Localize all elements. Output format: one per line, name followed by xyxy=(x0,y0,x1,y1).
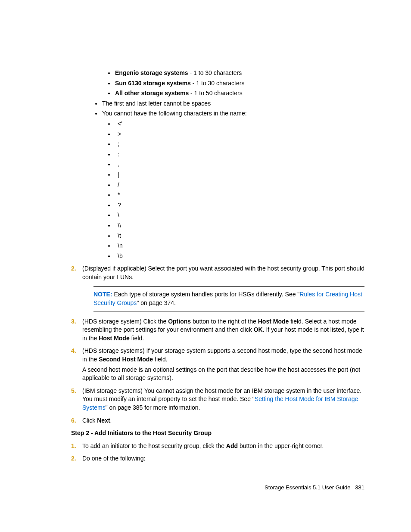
step2-list: 1. To add an initiator to the host secur… xyxy=(71,442,364,463)
char-text: | xyxy=(118,171,119,179)
bullet-icon xyxy=(95,113,97,115)
char-text: \ xyxy=(118,211,119,220)
char-text: ? xyxy=(118,201,121,210)
ordered-steps: 2. (Displayed if applicable) Select the … xyxy=(71,264,364,425)
step-number: 2. xyxy=(71,454,79,463)
page-footer: Storage Essentials 5.1 User Guide 381 xyxy=(265,484,364,492)
note-text: Each type of storage system handles port… xyxy=(112,291,300,298)
bullet-icon xyxy=(108,174,110,176)
list-item: : xyxy=(108,150,364,159)
note-text: " on page 374. xyxy=(137,299,176,306)
step-number: 6. xyxy=(71,417,79,425)
bullet-icon xyxy=(108,164,110,165)
document-page: Engenio storage systems - 1 to 30 charac… xyxy=(0,0,411,463)
rule-list: The first and last letter cannot be spac… xyxy=(95,100,364,118)
step-number: 1. xyxy=(71,442,79,451)
list-item: \b xyxy=(108,252,364,261)
bullet-icon xyxy=(108,143,110,145)
bullet-icon xyxy=(108,93,110,94)
char-text: : xyxy=(118,150,119,159)
note-block: NOTE: Each type of storage system handle… xyxy=(93,286,364,311)
step-text: Do one of the following: xyxy=(82,454,364,463)
list-item: You cannot have the following characters… xyxy=(95,109,364,118)
bullet-icon xyxy=(108,83,110,84)
bullet-icon xyxy=(95,103,97,105)
list-item: Sun 6130 storage systems - 1 to 30 chara… xyxy=(108,79,364,88)
bullet-icon xyxy=(108,154,110,156)
bullet-icon xyxy=(108,184,110,186)
bullet-text: All other storage systems - 1 to 50 char… xyxy=(115,89,243,98)
step-item: 1. To add an initiator to the host secur… xyxy=(71,442,364,451)
step-item: 6. Click Next. xyxy=(71,417,364,425)
storage-system-list: Engenio storage systems - 1 to 30 charac… xyxy=(108,69,364,98)
list-item: | xyxy=(108,171,364,179)
bullet-text: You cannot have the following characters… xyxy=(102,109,247,118)
list-item: > xyxy=(108,130,364,139)
step-item: 2. (Displayed if applicable) Select the … xyxy=(71,264,364,281)
step-item: 2. Do one of the following: xyxy=(71,454,364,463)
bullet-icon xyxy=(108,205,110,206)
footer-title: Storage Essentials 5.1 User Guide xyxy=(265,484,350,491)
char-text: \b xyxy=(118,252,123,261)
section-heading-step2: Step 2 - Add Initiators to the Host Secu… xyxy=(71,429,364,438)
list-item: Engenio storage systems - 1 to 30 charac… xyxy=(108,69,364,78)
list-item: <' xyxy=(108,120,364,128)
step-paragraph: A second host mode is an optional settin… xyxy=(82,366,364,383)
bullet-icon xyxy=(108,255,110,257)
note-label: NOTE: xyxy=(93,291,112,298)
bullet-icon xyxy=(108,245,110,247)
step-text: (HDS storage systems) If your storage sy… xyxy=(82,347,364,364)
list-item: ? xyxy=(108,201,364,210)
list-item: The first and last letter cannot be spac… xyxy=(95,100,364,108)
bullet-text: Sun 6130 storage systems - 1 to 30 chara… xyxy=(115,79,244,88)
list-item: * xyxy=(108,191,364,199)
bullet-text: Engenio storage systems - 1 to 30 charac… xyxy=(115,69,242,78)
list-item: \ xyxy=(108,211,364,220)
step-text: (IBM storage systems) You cannot assign … xyxy=(82,387,364,412)
footer-page-number: 381 xyxy=(355,484,364,491)
step-number: 2. xyxy=(71,264,79,273)
char-text: \n xyxy=(118,242,123,250)
bullet-icon xyxy=(108,72,110,74)
forbidden-char-list: <'>;:,|/*?\\\\t\n\b xyxy=(108,120,364,260)
bullet-icon xyxy=(108,225,110,227)
step-text: (HDS storage system) Click the Options b… xyxy=(82,317,364,343)
step-number: 4. xyxy=(71,347,79,355)
step-text: Click Next. xyxy=(82,417,364,425)
bullet-icon xyxy=(108,235,110,237)
char-text: <' xyxy=(118,120,122,128)
list-item: \t xyxy=(108,232,364,240)
bullet-icon xyxy=(108,123,110,125)
bullet-icon xyxy=(108,215,110,216)
char-text: / xyxy=(118,181,119,190)
list-item: / xyxy=(108,181,364,190)
bullet-icon xyxy=(108,134,110,135)
bullet-text: The first and last letter cannot be spac… xyxy=(102,100,211,108)
list-item: All other storage systems - 1 to 50 char… xyxy=(108,89,364,98)
char-text: \\ xyxy=(118,221,121,230)
list-item: \n xyxy=(108,242,364,250)
char-text: > xyxy=(118,130,121,139)
step-text: To add an initiator to the host security… xyxy=(82,442,364,451)
step-number: 3. xyxy=(71,317,79,326)
list-item: , xyxy=(108,160,364,169)
list-item: ; xyxy=(108,140,364,149)
char-text: \t xyxy=(118,232,121,240)
step-item: 5. (IBM storage systems) You cannot assi… xyxy=(71,387,364,412)
step-item: 4. (HDS storage systems) If your storage… xyxy=(71,347,364,364)
bullet-icon xyxy=(108,194,110,196)
char-text: * xyxy=(118,191,120,199)
char-text: , xyxy=(118,160,119,169)
step-text: (Displayed if applicable) Select the por… xyxy=(82,264,364,281)
list-item: \\ xyxy=(108,221,364,230)
step-item: 3. (HDS storage system) Click the Option… xyxy=(71,317,364,343)
step-number: 5. xyxy=(71,387,79,395)
char-text: ; xyxy=(118,140,119,149)
